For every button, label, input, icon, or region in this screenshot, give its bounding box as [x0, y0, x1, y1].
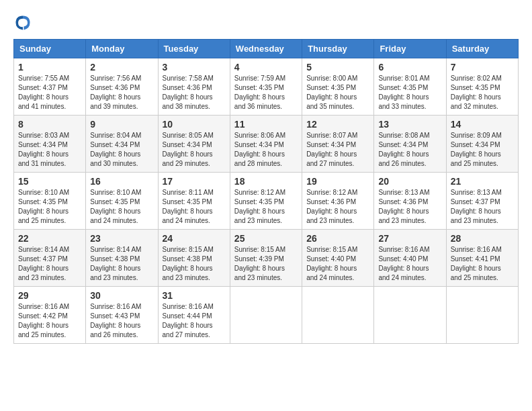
day-number: 17 [163, 176, 226, 187]
day-number: 25 [234, 233, 298, 244]
calendar-cell: 30 Sunrise: 8:16 AMSunset: 4:43 PMDaylig… [86, 287, 158, 344]
weekday-header-wednesday: Wednesday [230, 40, 302, 58]
day-info: Sunrise: 7:59 AMSunset: 4:35 PMDaylight:… [234, 75, 285, 110]
calendar-cell: 6 Sunrise: 8:01 AMSunset: 4:35 PMDayligh… [374, 58, 446, 116]
calendar-cell: 3 Sunrise: 7:58 AMSunset: 4:36 PMDayligh… [158, 58, 230, 116]
calendar-cell: 16 Sunrise: 8:10 AMSunset: 4:35 PMDaylig… [86, 173, 158, 230]
day-number: 3 [163, 62, 226, 73]
day-number: 8 [18, 119, 81, 130]
weekday-header-monday: Monday [86, 40, 158, 58]
day-info: Sunrise: 8:15 AMSunset: 4:38 PMDaylight:… [163, 246, 214, 281]
day-info: Sunrise: 7:58 AMSunset: 4:36 PMDaylight:… [163, 75, 214, 110]
calendar-cell: 5 Sunrise: 8:00 AMSunset: 4:35 PMDayligh… [302, 58, 374, 116]
calendar-table: SundayMondayTuesdayWednesdayThursdayFrid… [13, 39, 519, 344]
day-info: Sunrise: 8:02 AMSunset: 4:35 PMDaylight:… [451, 75, 502, 110]
weekday-header-saturday: Saturday [446, 40, 518, 58]
weekday-header-sunday: Sunday [14, 40, 86, 58]
day-number: 31 [163, 290, 226, 301]
day-number: 30 [90, 290, 153, 301]
day-number: 9 [90, 119, 153, 130]
calendar-cell: 17 Sunrise: 8:11 AMSunset: 4:35 PMDaylig… [158, 173, 230, 230]
day-info: Sunrise: 8:14 AMSunset: 4:37 PMDaylight:… [18, 246, 69, 281]
calendar-cell: 12 Sunrise: 8:07 AMSunset: 4:34 PMDaylig… [302, 116, 374, 173]
day-info: Sunrise: 8:04 AMSunset: 4:34 PMDaylight:… [90, 132, 141, 167]
calendar-cell: 1 Sunrise: 7:55 AMSunset: 4:37 PMDayligh… [14, 58, 86, 116]
day-info: Sunrise: 8:03 AMSunset: 4:34 PMDaylight:… [18, 132, 69, 167]
calendar-cell: 7 Sunrise: 8:02 AMSunset: 4:35 PMDayligh… [446, 58, 518, 116]
weekday-header-thursday: Thursday [302, 40, 374, 58]
weekday-header-tuesday: Tuesday [158, 40, 230, 58]
day-number: 6 [378, 62, 441, 73]
day-info: Sunrise: 8:14 AMSunset: 4:38 PMDaylight:… [90, 246, 141, 281]
day-number: 10 [163, 119, 226, 130]
day-number: 2 [90, 62, 153, 73]
logo [13, 13, 35, 32]
day-number: 26 [306, 233, 369, 244]
calendar-cell: 8 Sunrise: 8:03 AMSunset: 4:34 PMDayligh… [14, 116, 86, 173]
calendar-cell: 31 Sunrise: 8:16 AMSunset: 4:44 PMDaylig… [158, 287, 230, 344]
calendar-cell: 4 Sunrise: 7:59 AMSunset: 4:35 PMDayligh… [230, 58, 302, 116]
day-number: 16 [90, 176, 153, 187]
day-info: Sunrise: 8:16 AMSunset: 4:40 PMDaylight:… [378, 246, 429, 281]
calendar-cell: 23 Sunrise: 8:14 AMSunset: 4:38 PMDaylig… [86, 230, 158, 287]
calendar-cell: 14 Sunrise: 8:09 AMSunset: 4:34 PMDaylig… [446, 116, 518, 173]
day-info: Sunrise: 8:13 AMSunset: 4:36 PMDaylight:… [378, 189, 429, 224]
calendar-cell: 19 Sunrise: 8:12 AMSunset: 4:36 PMDaylig… [302, 173, 374, 230]
day-info: Sunrise: 8:05 AMSunset: 4:34 PMDaylight:… [163, 132, 214, 167]
calendar-cell: 15 Sunrise: 8:10 AMSunset: 4:35 PMDaylig… [14, 173, 86, 230]
day-number: 12 [306, 119, 369, 130]
day-number: 21 [451, 176, 514, 187]
page-header [13, 13, 519, 32]
day-info: Sunrise: 8:10 AMSunset: 4:35 PMDaylight:… [18, 189, 69, 224]
logo-icon [13, 13, 32, 32]
day-info: Sunrise: 8:01 AMSunset: 4:35 PMDaylight:… [378, 75, 429, 110]
calendar-cell: 25 Sunrise: 8:15 AMSunset: 4:39 PMDaylig… [230, 230, 302, 287]
calendar-cell: 21 Sunrise: 8:13 AMSunset: 4:37 PMDaylig… [446, 173, 518, 230]
calendar-cell: 29 Sunrise: 8:16 AMSunset: 4:42 PMDaylig… [14, 287, 86, 344]
day-number: 18 [234, 176, 298, 187]
day-info: Sunrise: 7:56 AMSunset: 4:36 PMDaylight:… [90, 75, 141, 110]
day-info: Sunrise: 8:15 AMSunset: 4:39 PMDaylight:… [234, 246, 285, 281]
calendar-cell: 28 Sunrise: 8:16 AMSunset: 4:41 PMDaylig… [446, 230, 518, 287]
calendar-cell: 2 Sunrise: 7:56 AMSunset: 4:36 PMDayligh… [86, 58, 158, 116]
calendar-cell: 20 Sunrise: 8:13 AMSunset: 4:36 PMDaylig… [374, 173, 446, 230]
day-info: Sunrise: 7:55 AMSunset: 4:37 PMDaylight:… [18, 75, 69, 110]
day-info: Sunrise: 8:16 AMSunset: 4:43 PMDaylight:… [90, 303, 141, 338]
calendar-cell: 22 Sunrise: 8:14 AMSunset: 4:37 PMDaylig… [14, 230, 86, 287]
day-info: Sunrise: 8:15 AMSunset: 4:40 PMDaylight:… [306, 246, 357, 281]
calendar-cell: 27 Sunrise: 8:16 AMSunset: 4:40 PMDaylig… [374, 230, 446, 287]
day-info: Sunrise: 8:09 AMSunset: 4:34 PMDaylight:… [451, 132, 502, 167]
day-info: Sunrise: 8:07 AMSunset: 4:34 PMDaylight:… [306, 132, 357, 167]
day-info: Sunrise: 8:10 AMSunset: 4:35 PMDaylight:… [90, 189, 141, 224]
calendar-cell [446, 287, 518, 344]
day-info: Sunrise: 8:16 AMSunset: 4:44 PMDaylight:… [163, 303, 214, 338]
calendar-cell [302, 287, 374, 344]
day-number: 15 [18, 176, 81, 187]
day-info: Sunrise: 8:13 AMSunset: 4:37 PMDaylight:… [451, 189, 502, 224]
day-number: 28 [451, 233, 514, 244]
calendar-cell: 18 Sunrise: 8:12 AMSunset: 4:35 PMDaylig… [230, 173, 302, 230]
day-info: Sunrise: 8:12 AMSunset: 4:35 PMDaylight:… [234, 189, 285, 224]
day-number: 29 [18, 290, 81, 301]
day-number: 1 [18, 62, 81, 73]
day-info: Sunrise: 8:12 AMSunset: 4:36 PMDaylight:… [306, 189, 357, 224]
calendar-cell: 26 Sunrise: 8:15 AMSunset: 4:40 PMDaylig… [302, 230, 374, 287]
day-number: 27 [378, 233, 441, 244]
day-number: 19 [306, 176, 369, 187]
day-number: 23 [90, 233, 153, 244]
day-number: 7 [451, 62, 514, 73]
calendar-cell [230, 287, 302, 344]
day-info: Sunrise: 8:00 AMSunset: 4:35 PMDaylight:… [306, 75, 357, 110]
calendar-cell: 13 Sunrise: 8:08 AMSunset: 4:34 PMDaylig… [374, 116, 446, 173]
day-info: Sunrise: 8:11 AMSunset: 4:35 PMDaylight:… [163, 189, 214, 224]
day-number: 11 [234, 119, 298, 130]
calendar-cell: 9 Sunrise: 8:04 AMSunset: 4:34 PMDayligh… [86, 116, 158, 173]
day-info: Sunrise: 8:16 AMSunset: 4:42 PMDaylight:… [18, 303, 69, 338]
day-info: Sunrise: 8:08 AMSunset: 4:34 PMDaylight:… [378, 132, 429, 167]
calendar-cell [374, 287, 446, 344]
calendar-cell: 10 Sunrise: 8:05 AMSunset: 4:34 PMDaylig… [158, 116, 230, 173]
calendar-cell: 11 Sunrise: 8:06 AMSunset: 4:34 PMDaylig… [230, 116, 302, 173]
weekday-header-friday: Friday [374, 40, 446, 58]
calendar-cell: 24 Sunrise: 8:15 AMSunset: 4:38 PMDaylig… [158, 230, 230, 287]
day-info: Sunrise: 8:06 AMSunset: 4:34 PMDaylight:… [234, 132, 285, 167]
